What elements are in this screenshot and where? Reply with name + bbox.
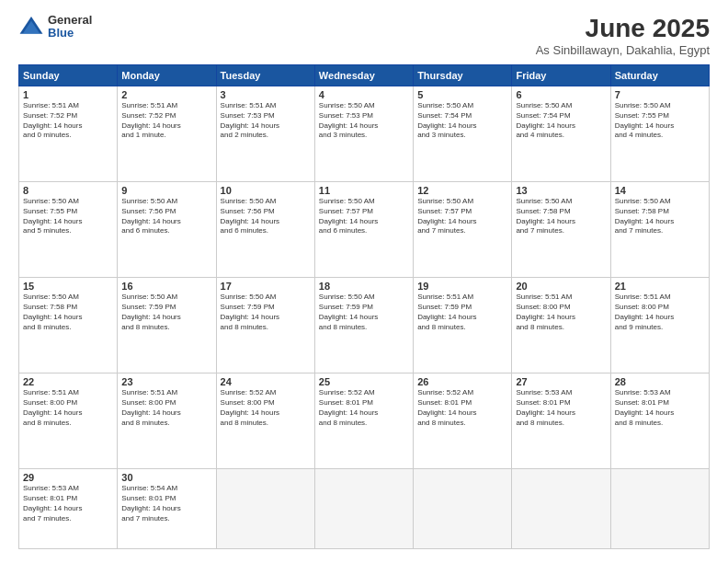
calendar-cell: 14Sunrise: 5:50 AM Sunset: 7:58 PM Dayli… [610,182,709,278]
day-info: Sunrise: 5:50 AM Sunset: 7:59 PM Dayligh… [319,293,409,332]
calendar-header-tuesday: Tuesday [216,65,314,86]
day-number: 20 [516,281,606,292]
day-info: Sunrise: 5:51 AM Sunset: 7:52 PM Dayligh… [121,101,211,141]
day-info: Sunrise: 5:52 AM Sunset: 8:00 PM Dayligh… [221,388,311,428]
month-title: June 2025 [536,14,710,43]
calendar-cell: 11Sunrise: 5:50 AM Sunset: 7:57 PM Dayli… [314,182,413,278]
day-number: 13 [516,185,606,196]
day-number: 5 [417,89,507,100]
logo-blue-text: Blue [48,27,92,40]
calendar-table: SundayMondayTuesdayWednesdayThursdayFrid… [18,64,710,549]
day-info: Sunrise: 5:50 AM Sunset: 7:55 PM Dayligh… [23,197,113,236]
day-info: Sunrise: 5:50 AM Sunset: 7:54 PM Dayligh… [417,101,507,141]
day-number: 9 [121,185,211,196]
calendar-header-wednesday: Wednesday [314,65,413,86]
calendar-cell: 20Sunrise: 5:51 AM Sunset: 8:00 PM Dayli… [512,278,610,373]
calendar-cell: 22Sunrise: 5:51 AM Sunset: 8:00 PM Dayli… [19,373,118,469]
day-number: 12 [417,185,507,196]
calendar-cell: 3Sunrise: 5:51 AM Sunset: 7:53 PM Daylig… [216,86,314,182]
day-number: 7 [615,89,705,100]
day-number: 18 [319,281,409,292]
day-number: 6 [516,89,606,100]
calendar-cell [512,469,610,549]
day-info: Sunrise: 5:51 AM Sunset: 8:00 PM Dayligh… [516,293,606,332]
calendar-cell: 5Sunrise: 5:50 AM Sunset: 7:54 PM Daylig… [414,86,512,182]
day-info: Sunrise: 5:50 AM Sunset: 7:59 PM Dayligh… [121,293,211,332]
day-number: 21 [615,281,705,292]
day-number: 8 [23,185,113,196]
day-info: Sunrise: 5:50 AM Sunset: 7:57 PM Dayligh… [417,197,507,236]
calendar-header-row: SundayMondayTuesdayWednesdayThursdayFrid… [19,65,710,86]
day-number: 28 [615,376,705,387]
day-info: Sunrise: 5:50 AM Sunset: 7:59 PM Dayligh… [221,293,311,332]
calendar-cell: 1Sunrise: 5:51 AM Sunset: 7:52 PM Daylig… [19,86,118,182]
calendar-cell [414,469,512,549]
calendar-header-thursday: Thursday [414,65,512,86]
calendar-cell: 15Sunrise: 5:50 AM Sunset: 7:58 PM Dayli… [19,278,118,373]
day-number: 24 [221,376,311,387]
day-info: Sunrise: 5:50 AM Sunset: 7:53 PM Dayligh… [319,101,409,141]
day-number: 3 [221,89,311,100]
day-info: Sunrise: 5:51 AM Sunset: 7:52 PM Dayligh… [23,101,113,141]
day-info: Sunrise: 5:51 AM Sunset: 8:00 PM Dayligh… [121,388,211,428]
calendar-cell [314,469,413,549]
day-number: 15 [23,281,113,292]
calendar-cell: 28Sunrise: 5:53 AM Sunset: 8:01 PM Dayli… [610,373,709,469]
logo-general-text: General [48,14,92,27]
day-info: Sunrise: 5:51 AM Sunset: 7:53 PM Dayligh… [221,101,311,141]
calendar-cell: 27Sunrise: 5:53 AM Sunset: 8:01 PM Dayli… [512,373,610,469]
calendar-header-friday: Friday [512,65,610,86]
calendar-header-saturday: Saturday [610,65,709,86]
day-info: Sunrise: 5:50 AM Sunset: 7:58 PM Dayligh… [615,197,705,236]
day-number: 17 [221,281,311,292]
logo: General Blue [18,14,92,40]
calendar-cell: 6Sunrise: 5:50 AM Sunset: 7:54 PM Daylig… [512,86,610,182]
calendar-header-monday: Monday [118,65,216,86]
day-number: 25 [319,376,409,387]
day-info: Sunrise: 5:50 AM Sunset: 7:56 PM Dayligh… [221,197,311,236]
calendar-cell: 21Sunrise: 5:51 AM Sunset: 8:00 PM Dayli… [610,278,709,373]
logo-icon [18,14,44,40]
calendar-cell: 9Sunrise: 5:50 AM Sunset: 7:56 PM Daylig… [118,182,216,278]
day-number: 16 [121,281,211,292]
day-info: Sunrise: 5:50 AM Sunset: 7:57 PM Dayligh… [319,197,409,236]
calendar-cell: 13Sunrise: 5:50 AM Sunset: 7:58 PM Dayli… [512,182,610,278]
calendar-cell: 2Sunrise: 5:51 AM Sunset: 7:52 PM Daylig… [118,86,216,182]
day-info: Sunrise: 5:51 AM Sunset: 7:59 PM Dayligh… [417,293,507,332]
day-info: Sunrise: 5:53 AM Sunset: 8:01 PM Dayligh… [23,484,113,523]
day-info: Sunrise: 5:53 AM Sunset: 8:01 PM Dayligh… [516,388,606,428]
calendar-cell: 29Sunrise: 5:53 AM Sunset: 8:01 PM Dayli… [19,469,118,549]
day-info: Sunrise: 5:50 AM Sunset: 7:58 PM Dayligh… [23,293,113,332]
location-title: As Sinbillawayn, Dakahlia, Egypt [536,43,710,57]
calendar-cell: 4Sunrise: 5:50 AM Sunset: 7:53 PM Daylig… [314,86,413,182]
day-number: 26 [417,376,507,387]
calendar-cell [216,469,314,549]
header: General Blue June 2025 As Sinbillawayn, … [18,14,710,57]
day-info: Sunrise: 5:50 AM Sunset: 7:55 PM Dayligh… [615,101,705,141]
day-info: Sunrise: 5:50 AM Sunset: 7:56 PM Dayligh… [121,197,211,236]
calendar-cell: 24Sunrise: 5:52 AM Sunset: 8:00 PM Dayli… [216,373,314,469]
logo-text: General Blue [48,14,92,40]
calendar-cell: 18Sunrise: 5:50 AM Sunset: 7:59 PM Dayli… [314,278,413,373]
day-info: Sunrise: 5:50 AM Sunset: 7:58 PM Dayligh… [516,197,606,236]
calendar-cell: 10Sunrise: 5:50 AM Sunset: 7:56 PM Dayli… [216,182,314,278]
day-info: Sunrise: 5:52 AM Sunset: 8:01 PM Dayligh… [417,388,507,428]
day-info: Sunrise: 5:53 AM Sunset: 8:01 PM Dayligh… [615,388,705,428]
day-info: Sunrise: 5:52 AM Sunset: 8:01 PM Dayligh… [319,388,409,428]
calendar-cell: 26Sunrise: 5:52 AM Sunset: 8:01 PM Dayli… [414,373,512,469]
day-number: 14 [615,185,705,196]
calendar-cell: 17Sunrise: 5:50 AM Sunset: 7:59 PM Dayli… [216,278,314,373]
page: General Blue June 2025 As Sinbillawayn, … [0,0,728,563]
day-number: 1 [23,89,113,100]
day-info: Sunrise: 5:51 AM Sunset: 8:00 PM Dayligh… [23,388,113,428]
calendar-cell: 12Sunrise: 5:50 AM Sunset: 7:57 PM Dayli… [414,182,512,278]
day-info: Sunrise: 5:51 AM Sunset: 8:00 PM Dayligh… [615,293,705,332]
day-number: 10 [221,185,311,196]
day-number: 27 [516,376,606,387]
calendar-cell: 19Sunrise: 5:51 AM Sunset: 7:59 PM Dayli… [414,278,512,373]
day-number: 30 [121,472,211,483]
day-info: Sunrise: 5:50 AM Sunset: 7:54 PM Dayligh… [516,101,606,141]
day-info: Sunrise: 5:54 AM Sunset: 8:01 PM Dayligh… [121,484,211,523]
day-number: 22 [23,376,113,387]
calendar-cell [610,469,709,549]
